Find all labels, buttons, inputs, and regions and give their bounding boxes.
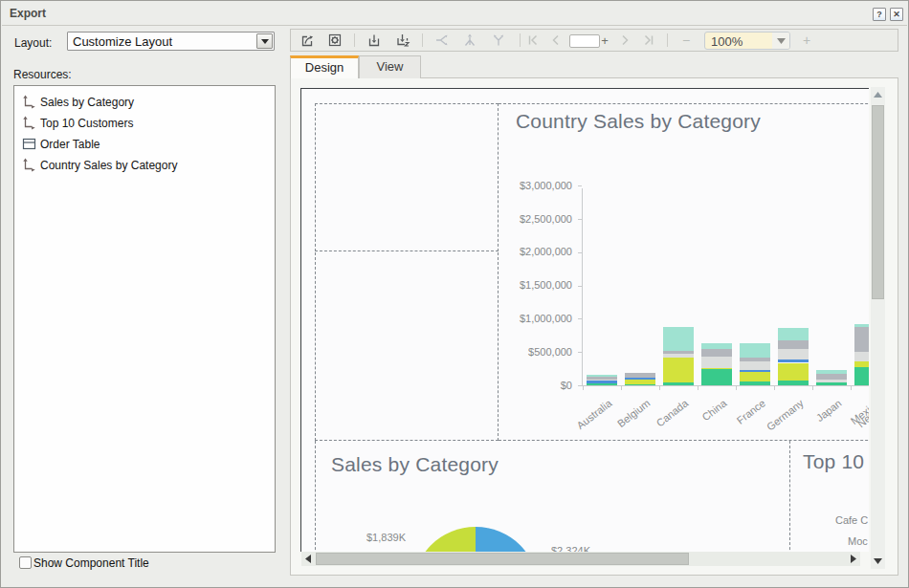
last-page-button[interactable] — [641, 33, 656, 48]
report-page: Country Sales by Category$0$500,000$1,00… — [300, 88, 869, 552]
layout-select-value: Customize Layout — [73, 34, 172, 49]
resource-item[interactable]: Sales by Category — [14, 92, 275, 113]
tab-design[interactable]: Design — [290, 55, 359, 78]
prev-page-icon — [548, 33, 564, 48]
last-page-icon — [641, 33, 656, 48]
horizontal-scrollbar[interactable] — [301, 552, 860, 566]
bar-segment — [740, 343, 770, 358]
show-component-title-checkbox[interactable] — [19, 556, 32, 569]
x-tick — [774, 386, 775, 390]
bar-segment — [816, 374, 847, 379]
bar-segment — [701, 369, 732, 385]
bar-segment — [816, 380, 847, 382]
chevron-down-icon — [777, 38, 786, 44]
y-tick — [578, 219, 582, 220]
bar-segment — [701, 349, 732, 357]
bar-segment — [740, 381, 770, 385]
bar-segment — [587, 377, 617, 380]
zoom-select-value: 100% — [711, 34, 743, 49]
toolbar-separator — [520, 33, 521, 47]
bar-segment — [740, 370, 770, 372]
y-tick-label: $1,000,000 — [520, 313, 572, 324]
scroll-right-icon[interactable] — [851, 555, 856, 563]
layout-select-arrow-button[interactable] — [256, 33, 273, 49]
split-right-icon — [434, 33, 450, 48]
x-category-label: Germany — [765, 397, 806, 432]
layout-region-top-10[interactable]: Top 10Cafe CMoc — [789, 441, 869, 552]
bar-segment — [587, 375, 617, 377]
vertical-scrollbar-thumb[interactable] — [872, 105, 884, 299]
layout-label: Layout: — [14, 36, 52, 50]
resource-item[interactable]: Country Sales by Category — [14, 155, 275, 176]
toolbar-separator — [667, 33, 668, 47]
x-tick — [583, 386, 584, 390]
y-tick — [578, 252, 582, 253]
chevron-down-icon — [261, 39, 269, 44]
tab-view[interactable]: View — [359, 55, 421, 78]
x-tick — [851, 386, 852, 390]
first-page-icon — [525, 33, 541, 48]
prev-page-button[interactable] — [548, 33, 564, 48]
layout-region-empty-2[interactable] — [315, 252, 499, 441]
export-button[interactable] — [299, 33, 315, 48]
bar-segment — [701, 357, 732, 367]
x-category-label: Australia — [575, 397, 614, 431]
zoom-select-arrow-button[interactable] — [772, 33, 789, 49]
download-edit-button[interactable] — [395, 33, 410, 48]
settings-button[interactable] — [327, 33, 343, 48]
first-page-button[interactable] — [525, 33, 541, 48]
table-icon — [22, 137, 36, 151]
resource-item[interactable]: Order Table — [14, 134, 275, 155]
bar-segment — [663, 327, 694, 350]
horizontal-scrollbar-thumb[interactable] — [316, 553, 689, 565]
zoom-select[interactable]: 100% — [704, 32, 790, 50]
scroll-up-icon[interactable] — [874, 92, 882, 98]
bar-segment — [663, 382, 694, 385]
bar-segment — [854, 327, 869, 352]
split-y-button[interactable] — [491, 33, 506, 48]
split-y-icon — [491, 33, 506, 48]
next-page-button[interactable] — [617, 33, 632, 48]
y-tick-label: $500,000 — [528, 346, 572, 358]
x-category-label: Belgium — [615, 397, 653, 429]
vertical-scrollbar[interactable] — [871, 87, 885, 569]
resource-item[interactable]: Top 10 Customers — [14, 113, 275, 134]
y-tick — [578, 318, 582, 319]
bar-segment — [854, 352, 869, 361]
y-tick — [578, 185, 582, 186]
bar-segment — [778, 381, 809, 385]
page-number-input[interactable] — [569, 34, 600, 48]
x-tick — [621, 386, 622, 390]
bar-segment — [740, 361, 770, 370]
scroll-left-icon[interactable] — [305, 555, 311, 563]
layout-region-country-sales[interactable]: Country Sales by Category$0$500,000$1,00… — [499, 103, 869, 441]
download-button[interactable] — [366, 33, 382, 48]
pie — [412, 527, 539, 552]
close-button[interactable]: ✕ — [890, 8, 903, 21]
bar-segment — [625, 373, 655, 378]
dialog-titlebar: Export ? ✕ — [2, 2, 907, 26]
bar-segment — [740, 358, 770, 361]
y-tick — [578, 286, 582, 287]
merge-up-button[interactable] — [462, 33, 477, 48]
bar-segment — [816, 370, 847, 374]
zoom-out-button[interactable]: − — [679, 33, 693, 48]
scroll-down-icon[interactable] — [874, 558, 882, 564]
export-icon — [299, 33, 315, 48]
help-button[interactable]: ? — [873, 8, 886, 21]
chart-axis-icon — [22, 116, 36, 130]
split-right-button[interactable] — [434, 33, 450, 48]
download-icon — [366, 33, 382, 48]
chart-axis-icon — [22, 95, 36, 109]
zoom-in-button[interactable]: + — [800, 33, 813, 48]
pie-slice-label: $1,839K — [366, 532, 406, 543]
layout-select[interactable]: Customize Layout — [67, 32, 275, 51]
x-category-label: Mexico — [849, 397, 869, 426]
layout-region-sales-by-category[interactable]: Sales by Category$1,839K$2,324K — [315, 441, 790, 552]
layout-region-empty-1[interactable] — [315, 103, 499, 251]
chart-axis-icon — [22, 158, 36, 172]
next-page-icon — [617, 33, 632, 48]
y-tick-label: $2,000,000 — [520, 246, 572, 257]
go-page-button[interactable]: + — [599, 33, 610, 49]
bar-segment — [701, 343, 732, 349]
